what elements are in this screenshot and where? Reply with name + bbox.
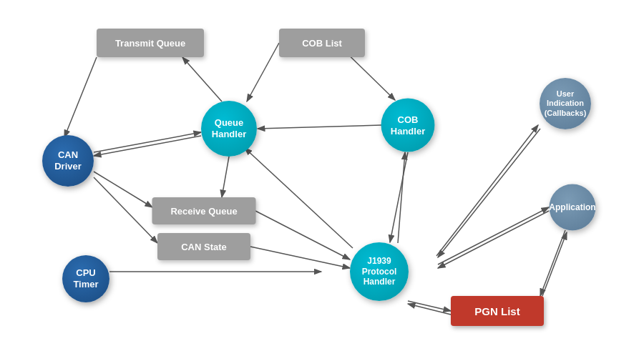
architecture-diagram: Transmit Queue COB List Receive Queue CA… <box>0 0 644 361</box>
queue-handler-node: Queue Handler <box>201 101 257 157</box>
cob-list-node: COB List <box>279 29 365 57</box>
svg-line-22 <box>408 301 451 311</box>
svg-line-24 <box>540 230 565 296</box>
svg-line-12 <box>250 247 350 268</box>
cob-handler-node: COB Handler <box>381 99 435 152</box>
svg-line-4 <box>182 57 222 102</box>
svg-line-19 <box>438 129 540 257</box>
svg-line-14 <box>94 177 157 243</box>
can-state-node: CAN State <box>157 233 250 260</box>
svg-line-23 <box>408 304 451 315</box>
user-indication-node: User Indication (Callbacks) <box>540 78 591 129</box>
svg-line-20 <box>438 207 549 264</box>
svg-line-9 <box>390 152 408 242</box>
svg-line-8 <box>258 125 381 129</box>
svg-line-5 <box>64 57 97 137</box>
svg-line-11 <box>255 211 350 259</box>
svg-line-17 <box>398 152 405 243</box>
receive-queue-node: Receive Queue <box>152 197 256 224</box>
svg-line-25 <box>542 232 567 296</box>
svg-line-2 <box>94 132 201 152</box>
transmit-queue-node: Transmit Queue <box>97 29 204 57</box>
can-driver-node: CAN Driver <box>42 135 94 187</box>
j1939-handler-node: J1939 Protocol Handler <box>350 242 409 301</box>
application-node: Application <box>550 184 596 231</box>
svg-line-6 <box>247 43 279 102</box>
cpu-timer-node: CPU Timer <box>62 255 109 302</box>
svg-line-3 <box>94 136 201 156</box>
svg-line-21 <box>438 211 549 268</box>
svg-line-16 <box>245 148 353 248</box>
svg-line-13 <box>94 172 152 207</box>
pgn-list-node: PGN List <box>451 296 544 326</box>
svg-line-18 <box>436 125 538 256</box>
svg-line-10 <box>222 157 229 197</box>
